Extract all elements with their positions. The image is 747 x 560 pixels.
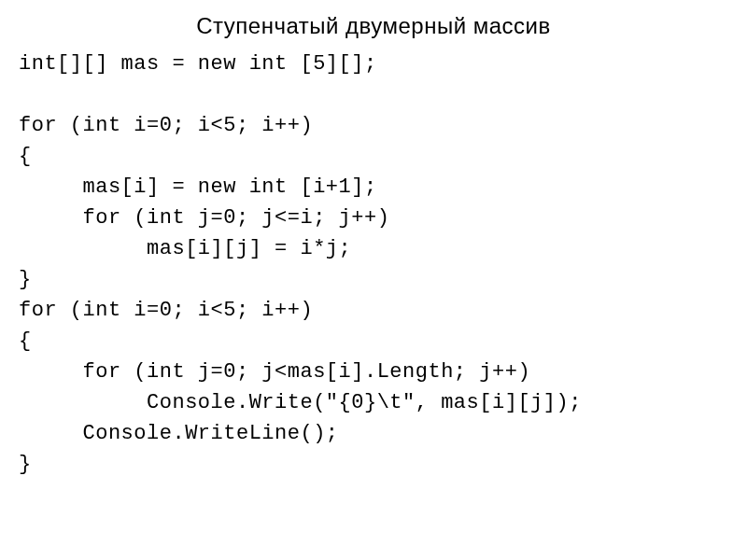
code-line: } [19, 449, 728, 480]
code-line: { [19, 141, 728, 172]
code-line: Console.Write("{0}\t", mas[i][j]); [19, 387, 728, 418]
blank-line [19, 79, 728, 110]
code-line: { [19, 326, 728, 357]
code-line: Console.WriteLine(); [19, 418, 728, 449]
code-line: } [19, 264, 728, 295]
code-line: mas[i][j] = i*j; [19, 233, 728, 264]
page-title: Ступенчатый двумерный массив [19, 9, 728, 43]
code-line: for (int i=0; i<5; i++) [19, 295, 728, 326]
code-line: for (int j=0; j<=i; j++) [19, 203, 728, 233]
code-line: mas[i] = new int [i+1]; [19, 172, 728, 203]
code-line: int[][] mas = new int [5][]; [19, 49, 728, 79]
code-line: for (int j=0; j<mas[i].Length; j++) [19, 357, 728, 387]
code-line: for (int i=0; i<5; i++) [19, 110, 728, 141]
